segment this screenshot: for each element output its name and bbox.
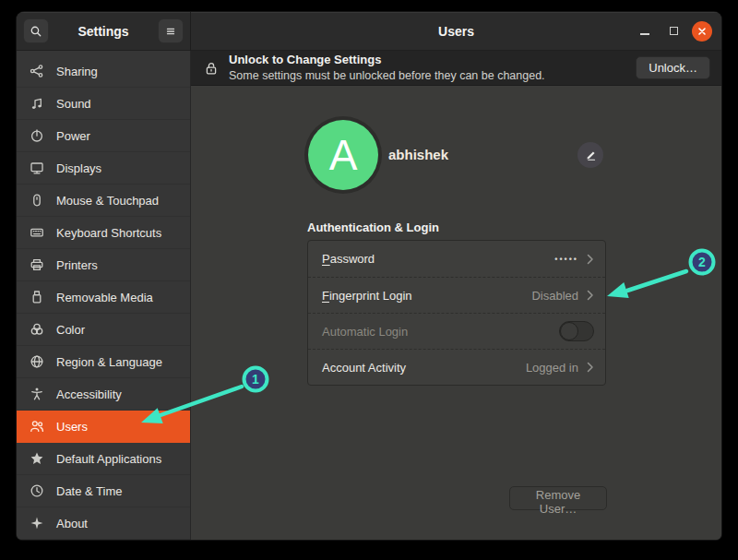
fingerprint-login-row[interactable]: Fingerprint Login Disabled <box>308 277 605 313</box>
edit-name-button[interactable] <box>577 142 603 168</box>
user-avatar[interactable]: A <box>308 120 378 190</box>
chevron-right-icon <box>587 290 594 301</box>
removable-media-icon <box>30 290 44 304</box>
settings-sidebar: Sharing Sound Power Displays Mouse & Tou… <box>17 51 191 540</box>
fingerprint-login-label: Fingerprint Login <box>322 289 523 303</box>
auth-section-title: Authentication & Login <box>307 220 439 234</box>
mouse-icon <box>30 193 44 208</box>
sidebar-item-color[interactable]: Color <box>17 314 190 346</box>
sidebar-item-label: Mouse & Touchpad <box>56 194 159 208</box>
sidebar-item-keyboard-shortcuts[interactable]: Keyboard Shortcuts <box>17 217 190 249</box>
fingerprint-login-value: Disabled <box>531 289 578 303</box>
sidebar-item-label: Keyboard Shortcuts <box>56 226 161 240</box>
password-row[interactable]: Password ••••• <box>308 241 605 277</box>
primary-menu-button[interactable] <box>158 18 184 43</box>
lock-icon <box>204 61 219 76</box>
sidebar-item-region-language[interactable]: Region & Language <box>17 346 190 378</box>
sidebar-item-power[interactable]: Power <box>17 120 190 152</box>
main-headerbar: Users <box>191 12 721 51</box>
color-icon <box>30 322 44 337</box>
accessibility-icon <box>30 387 44 401</box>
sidebar-item-sharing[interactable]: Sharing <box>17 55 190 88</box>
keyboard-icon <box>30 225 44 240</box>
sidebar-item-mouse-touchpad[interactable]: Mouse & Touchpad <box>17 185 190 217</box>
sidebar-item-label: Color <box>56 323 85 337</box>
automatic-login-row: Automatic Login <box>308 313 605 349</box>
sidebar-item-label: About <box>56 517 88 530</box>
unlock-banner-title: Unlock to Change Settings <box>229 53 625 68</box>
close-icon <box>697 27 707 36</box>
unlock-banner-text: Unlock to Change Settings Some settings … <box>229 53 625 83</box>
displays-icon <box>30 161 44 175</box>
chevron-right-icon <box>587 254 594 265</box>
search-button[interactable] <box>23 18 49 43</box>
star-icon <box>30 451 44 466</box>
maximize-button[interactable] <box>663 21 684 42</box>
users-panel: Unlock to Change Settings Some settings … <box>191 51 721 540</box>
toggle-knob <box>560 322 578 340</box>
clock-icon <box>30 483 44 498</box>
globe-icon <box>30 354 44 369</box>
sidebar-headerbar: Settings <box>17 12 191 51</box>
sidebar-item-users[interactable]: Users <box>17 411 190 443</box>
maximize-icon <box>670 27 678 35</box>
sidebar-item-label: Users <box>56 420 88 434</box>
sidebar-item-label: Region & Language <box>56 355 162 369</box>
pencil-icon <box>585 149 597 161</box>
sidebar-item-accessibility[interactable]: Accessibility <box>17 378 190 411</box>
automatic-login-toggle[interactable] <box>559 321 594 341</box>
sound-icon <box>30 96 44 111</box>
sidebar-item-label: Sound <box>56 97 91 111</box>
chevron-right-icon <box>587 362 594 373</box>
sharing-icon <box>30 64 44 78</box>
minimize-button[interactable] <box>635 21 655 42</box>
sidebar-item-about[interactable]: About <box>17 507 190 540</box>
sidebar-item-removable-media[interactable]: Removable Media <box>17 281 190 314</box>
sidebar-item-label: Accessibility <box>56 387 122 401</box>
sidebar-item-displays[interactable]: Displays <box>17 152 190 185</box>
password-label: Password <box>322 252 546 266</box>
power-icon <box>30 128 44 143</box>
sidebar-item-label: Printers <box>56 258 98 272</box>
sidebar-item-label: Date & Time <box>56 484 123 498</box>
search-icon <box>30 24 42 39</box>
auth-login-card: Password ••••• Fingerprint Login Disable… <box>307 240 606 386</box>
sidebar-item-label: Removable Media <box>56 291 153 304</box>
settings-window: Settings Users Sharing <box>17 12 721 540</box>
sidebar-item-sound[interactable]: Sound <box>17 88 190 120</box>
account-activity-row[interactable]: Account Activity Logged in <box>308 349 605 385</box>
printer-icon <box>30 257 44 272</box>
unlock-button[interactable]: Unlock… <box>636 56 710 79</box>
unlock-banner: Unlock to Change Settings Some settings … <box>191 51 721 86</box>
sidebar-item-default-applications[interactable]: Default Applications <box>17 443 190 475</box>
sidebar-item-label: Displays <box>56 161 101 175</box>
password-value: ••••• <box>554 255 578 264</box>
automatic-login-label: Automatic Login <box>322 325 551 339</box>
window-body: Sharing Sound Power Displays Mouse & Tou… <box>17 51 721 540</box>
sidebar-item-label: Sharing <box>56 65 98 78</box>
unlock-banner-subtitle: Some settings must be unlocked before th… <box>229 68 625 83</box>
sidebar-item-label: Default Applications <box>56 452 161 466</box>
window-controls <box>635 12 712 50</box>
users-content: A abhishek Authentication & Login Passwo… <box>191 86 721 540</box>
close-button[interactable] <box>692 21 712 42</box>
remove-user-button[interactable]: Remove User… <box>509 486 607 510</box>
sidebar-item-label: Power <box>56 129 90 143</box>
sidebar-item-date-time[interactable]: Date & Time <box>17 475 190 507</box>
hamburger-menu-icon <box>164 24 177 39</box>
users-icon <box>30 419 44 434</box>
sparkle-icon <box>30 516 44 530</box>
minimize-icon <box>640 33 649 35</box>
user-name: abhishek <box>388 147 448 162</box>
titlebar: Settings Users <box>17 12 721 51</box>
sidebar-item-printers[interactable]: Printers <box>17 249 190 281</box>
account-activity-value: Logged in <box>526 361 578 375</box>
account-activity-label: Account Activity <box>322 361 518 375</box>
